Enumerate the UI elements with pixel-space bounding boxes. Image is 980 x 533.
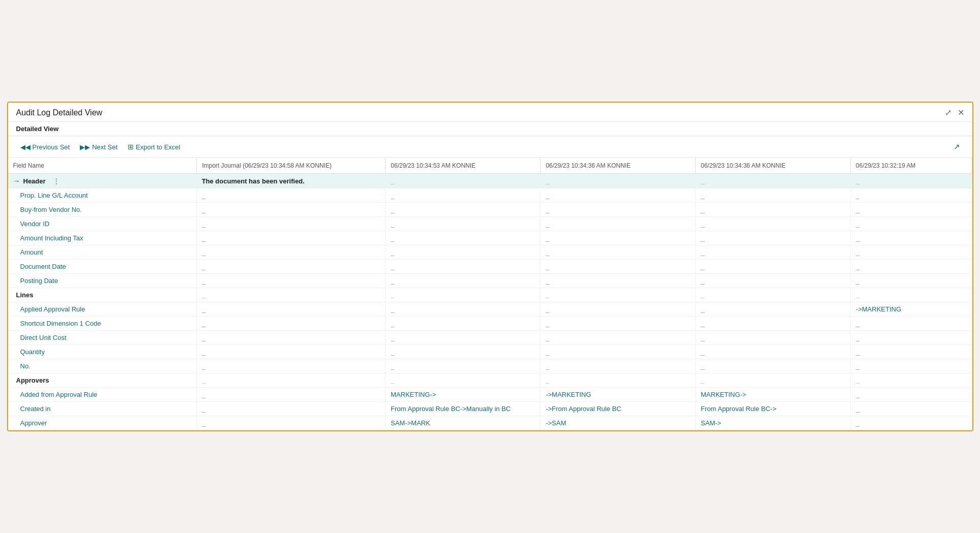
- dash-value: _: [546, 291, 549, 299]
- export-excel-button[interactable]: ⊞ Export to Excel: [124, 141, 184, 153]
- next-set-label: Next Set: [92, 143, 117, 151]
- field-label: Document Date: [20, 263, 66, 270]
- prev-set-label: Previous Set: [33, 143, 70, 151]
- dash-value: _: [391, 206, 394, 213]
- drag-handle-icon[interactable]: ⋮: [53, 177, 60, 185]
- next-set-button[interactable]: ▶▶ Next Set: [76, 141, 122, 153]
- dash-value: _: [546, 305, 549, 313]
- row-field-label: Header: [23, 177, 46, 185]
- cell-value: MARKETING->: [701, 391, 746, 398]
- dash-value: _: [701, 263, 704, 270]
- table-row: _: [197, 388, 385, 402]
- dash-value: _: [856, 277, 859, 285]
- dash-value: _: [202, 405, 205, 413]
- table-row: _: [850, 203, 972, 217]
- row-header-value: The document has been verified.: [197, 174, 385, 189]
- dash-value: _: [856, 405, 859, 413]
- share-icon: ↗: [954, 142, 960, 151]
- dash-value: _: [856, 291, 859, 299]
- dash-value: _: [856, 320, 859, 327]
- cell-value: ->SAM: [546, 419, 566, 427]
- dash-value: _: [546, 192, 549, 199]
- table-row: _: [541, 203, 696, 217]
- table-row: _: [696, 331, 851, 345]
- subtitle-bar: Detailed View: [8, 122, 972, 136]
- table-row: _: [385, 317, 541, 331]
- row-group-value: _: [197, 288, 385, 302]
- dash-value: _: [202, 192, 205, 199]
- table-row: _: [197, 203, 385, 217]
- dash-value: _: [856, 206, 859, 213]
- dash-value: _: [701, 177, 704, 185]
- table-row: _: [541, 217, 696, 231]
- table-row: _: [541, 317, 696, 331]
- dash-value: _: [546, 263, 549, 270]
- row-header-field: →Header⋮: [8, 174, 197, 188]
- cell-value: From Approval Rule BC->Manually in BC: [391, 405, 511, 413]
- table-row: _: [541, 302, 696, 317]
- row-data-field: Amount: [8, 245, 197, 260]
- table-row: _: [696, 189, 851, 203]
- dash-value: _: [546, 377, 549, 384]
- col-field-name: Field Name: [8, 158, 197, 174]
- col-1: 06/29/23 10:34:53 AM KONNIE: [385, 158, 541, 174]
- dash-value: _: [202, 220, 205, 228]
- table-row: _: [696, 359, 851, 373]
- close-icon[interactable]: ✕: [958, 108, 964, 117]
- row-data-field: Created in: [8, 402, 197, 416]
- table-row: _: [385, 359, 541, 373]
- dash-value: _: [856, 419, 859, 427]
- table-header: Field Name Import Journal (06/29/23 10:3…: [8, 158, 972, 174]
- dash-value: _: [546, 220, 549, 228]
- dash-value: _: [546, 277, 549, 285]
- dash-value: _: [546, 320, 549, 327]
- table-row: _: [850, 317, 972, 331]
- row-data-field: No.: [8, 359, 197, 373]
- table-row: _: [385, 231, 541, 245]
- title-bar: Audit Log Detailed View ⤢ ✕: [8, 103, 972, 122]
- dash-value: _: [202, 419, 205, 427]
- row-data-field: Shortcut Dimension 1 Code: [8, 317, 197, 331]
- row-data-field: Posting Date: [8, 274, 197, 288]
- field-label: Shortcut Dimension 1 Code: [20, 320, 101, 327]
- row-group-value: _: [850, 288, 972, 302]
- row-group-value: _: [850, 373, 972, 388]
- table-row: _: [696, 274, 851, 288]
- table-row: _: [197, 217, 385, 231]
- dash-value: _: [546, 334, 549, 341]
- table-row: _: [850, 345, 972, 359]
- table-row: _: [696, 203, 851, 217]
- cell-value: SAM->: [701, 419, 721, 427]
- table-row: _: [541, 231, 696, 245]
- row-group-field: Lines: [8, 288, 197, 302]
- dash-value: _: [391, 320, 394, 327]
- row-group-value: _: [696, 373, 851, 388]
- minimize-icon[interactable]: ⤢: [945, 108, 952, 117]
- table-row: _: [541, 274, 696, 288]
- dash-value: _: [202, 377, 205, 384]
- dash-value: _: [202, 305, 205, 313]
- table-row: _: [850, 260, 972, 274]
- row-header-value: _: [696, 174, 851, 189]
- table-row: _: [197, 331, 385, 345]
- col-2: 06/29/23 10:34:36 AM KONNIE: [541, 158, 696, 174]
- window-controls: ⤢ ✕: [945, 108, 964, 117]
- row-group-field: Approvers: [8, 373, 197, 388]
- dash-value: _: [202, 263, 205, 270]
- dash-value: _: [701, 248, 704, 256]
- table-row: SAM->: [696, 416, 851, 430]
- table-row: _: [850, 402, 972, 416]
- dash-value: _: [856, 377, 859, 384]
- row-data-field: Quantity: [8, 345, 197, 359]
- export-icon: ⊞: [128, 143, 134, 151]
- dash-value: _: [856, 177, 859, 185]
- table-row: _: [197, 302, 385, 317]
- dash-value: _: [546, 234, 549, 242]
- dash-value: _: [391, 234, 394, 242]
- field-label: Amount Including Tax: [20, 234, 83, 242]
- dash-value: _: [546, 348, 549, 356]
- prev-set-button[interactable]: ◀◀ Previous Set: [16, 141, 74, 153]
- share-button[interactable]: ↗: [949, 140, 964, 153]
- dash-value: _: [391, 192, 394, 199]
- row-header-value: _: [541, 174, 696, 189]
